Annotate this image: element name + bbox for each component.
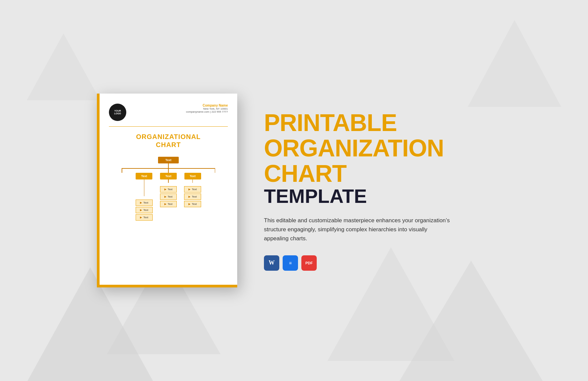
l2-node-1: Text [136,173,152,179]
org-root-node: Text [158,157,179,163]
promo-title-line2: ORGANIZATION [264,136,491,161]
drop-left [122,169,122,173]
drop-center [168,169,169,173]
logo-circle: YOUR LOGO [109,104,126,121]
l3-node-3-2: ▶ Text [184,194,201,200]
company-contact: companyname.com | 222 555 7777 [186,110,228,113]
doc-header: YOUR LOGO Company Name New York, NY 1000… [109,104,228,121]
l3-node-1-3: ▶ Text [136,214,153,221]
branch-1: Text ▶ Text ▶ Text ▶ [136,173,153,221]
format-icons-row: W ≡ PDF [264,255,491,271]
l3-node-1-1: ▶ Text [136,200,153,206]
company-address: New York, NY 10001 [186,107,228,110]
promo-subtitle: TEMPLATE [264,186,491,207]
promo-content: PRINTABLE ORGANIZATION CHART TEMPLATE Th… [264,110,491,270]
chart-title-line2: CHART [109,141,228,149]
level2-drops [122,169,215,173]
l2-node-3: Text [184,173,201,179]
l3-node-3-3: ▶ Text [184,201,201,207]
google-docs-icon[interactable]: ≡ [283,255,298,271]
promo-description: This editable and customizable masterpie… [264,216,451,243]
drop-right [215,169,215,173]
l3-node-1-2: ▶ Text [136,207,153,213]
l3-node-3-1: ▶ Text [184,186,201,193]
branch-2: Text ▶ Text ▶ Text ▶ [160,173,177,207]
chart-title: ORGANIZATIONAL CHART [109,133,228,149]
company-name: Company Name [186,104,228,107]
chart-title-line1: ORGANIZATIONAL [109,133,228,141]
promo-title-line1: PRINTABLE [264,110,491,136]
h-bridge [122,168,215,169]
level3-col2: ▶ Text ▶ Text ▶ Text [160,186,177,207]
logo-text-line1: YOUR [114,110,121,112]
root-vline [168,163,169,168]
promo-title-line3: CHART [264,161,491,186]
l3-node-2-3: ▶ Text [160,201,177,207]
level3-col3: ▶ Text ▶ Text ▶ Text [184,186,201,207]
level2-row: Text ▶ Text ▶ Text ▶ [136,173,201,221]
l3-node-2-1: ▶ Text [160,186,177,193]
doc-divider [109,126,228,127]
org-chart: Text Text [109,157,228,221]
document-preview: YOUR LOGO Company Name New York, NY 1000… [97,94,237,287]
word-icon[interactable]: W [264,255,279,271]
logo-text-line2: LOGO [114,112,121,115]
l2-node-2: Text [160,173,177,179]
pdf-icon[interactable]: PDF [301,255,317,271]
company-info: Company Name New York, NY 10001 companyn… [186,104,228,113]
main-content: YOUR LOGO Company Name New York, NY 1000… [0,0,588,381]
l3-node-2-2: ▶ Text [160,194,177,200]
level3-col1: ▶ Text ▶ Text ▶ Text [136,200,153,221]
branch-3: Text ▶ Text ▶ Text ▶ [184,173,201,207]
